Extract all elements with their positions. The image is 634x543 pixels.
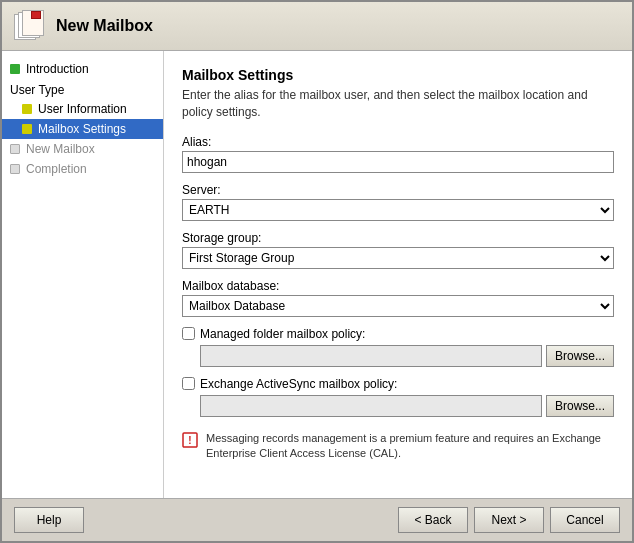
exchange-sync-input[interactable]: [200, 395, 542, 417]
section-title: Mailbox Settings: [182, 67, 614, 83]
sidebar-item-newmailbox[interactable]: New Mailbox: [2, 139, 163, 159]
dialog: New Mailbox Introduction User Type User …: [0, 0, 634, 543]
sidebar-item-mailboxsettings[interactable]: Mailbox Settings: [2, 119, 163, 139]
sidebar-icon-introduction: [10, 64, 20, 74]
managed-folder-checkbox[interactable]: [182, 327, 195, 340]
managed-folder-browse-row: Browse...: [200, 345, 614, 367]
sidebar-item-completion[interactable]: Completion: [2, 159, 163, 179]
mailbox-db-group: Mailbox database: Mailbox Database: [182, 279, 614, 317]
server-select[interactable]: EARTH: [182, 199, 614, 221]
info-box: ! Messaging records management is a prem…: [182, 427, 614, 466]
managed-folder-label: Managed folder mailbox policy:: [200, 327, 365, 341]
sidebar-icon-mailboxsettings: [22, 124, 32, 134]
footer-right: < Back Next > Cancel: [398, 507, 620, 533]
exchange-sync-browse-row: Browse...: [200, 395, 614, 417]
managed-folder-input[interactable]: [200, 345, 542, 367]
sidebar-label-completion: Completion: [26, 162, 87, 176]
mailbox-db-label: Mailbox database:: [182, 279, 614, 293]
sidebar-icon-completion: [10, 164, 20, 174]
sidebar-icon-userinfo: [22, 104, 32, 114]
storage-group-label: Storage group:: [182, 231, 614, 245]
title-bar: New Mailbox: [2, 2, 632, 51]
exchange-sync-label: Exchange ActiveSync mailbox policy:: [200, 377, 397, 391]
alias-input[interactable]: [182, 151, 614, 173]
exchange-sync-checkbox[interactable]: [182, 377, 195, 390]
dialog-title: New Mailbox: [56, 17, 153, 35]
content-area: Introduction User Type User Information …: [2, 51, 632, 498]
sidebar-label-introduction: Introduction: [26, 62, 89, 76]
dialog-icon: [14, 10, 46, 42]
cancel-button[interactable]: Cancel: [550, 507, 620, 533]
exchange-sync-browse-button[interactable]: Browse...: [546, 395, 614, 417]
sidebar-item-introduction[interactable]: Introduction: [2, 59, 163, 79]
next-button[interactable]: Next >: [474, 507, 544, 533]
alias-label: Alias:: [182, 135, 614, 149]
storage-group-group: Storage group: First Storage Group: [182, 231, 614, 269]
main-content: Mailbox Settings Enter the alias for the…: [164, 51, 632, 498]
managed-folder-row: Managed folder mailbox policy:: [182, 327, 614, 341]
back-button[interactable]: < Back: [398, 507, 468, 533]
storage-group-select[interactable]: First Storage Group: [182, 247, 614, 269]
sidebar-label-newmailbox: New Mailbox: [26, 142, 95, 156]
info-text: Messaging records management is a premiu…: [206, 431, 614, 462]
footer-left: Help: [14, 507, 84, 533]
section-desc: Enter the alias for the mailbox user, an…: [182, 87, 614, 121]
sidebar-icon-newmailbox: [10, 144, 20, 154]
sidebar: Introduction User Type User Information …: [2, 51, 164, 498]
help-button[interactable]: Help: [14, 507, 84, 533]
alias-group: Alias:: [182, 135, 614, 173]
server-group: Server: EARTH: [182, 183, 614, 221]
sidebar-label-mailboxsettings: Mailbox Settings: [38, 122, 126, 136]
sidebar-section-usertype: User Type: [2, 79, 163, 99]
mailbox-db-select[interactable]: Mailbox Database: [182, 295, 614, 317]
sidebar-label-userinfo: User Information: [38, 102, 127, 116]
server-label: Server:: [182, 183, 614, 197]
exchange-sync-row: Exchange ActiveSync mailbox policy:: [182, 377, 614, 391]
managed-folder-browse-button[interactable]: Browse...: [546, 345, 614, 367]
footer: Help < Back Next > Cancel: [2, 498, 632, 541]
info-icon: !: [182, 432, 198, 448]
sidebar-item-userinfo[interactable]: User Information: [2, 99, 163, 119]
svg-text:!: !: [188, 435, 191, 446]
sidebar-label-usertype: User Type: [10, 83, 64, 97]
